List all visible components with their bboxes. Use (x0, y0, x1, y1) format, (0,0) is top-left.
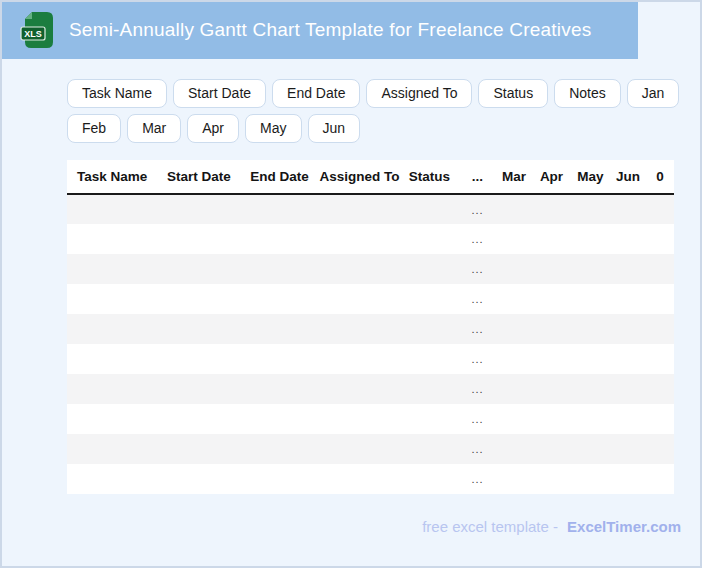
chip-notes[interactable]: Notes (554, 79, 621, 108)
table-cell (571, 434, 610, 464)
table-cell (400, 434, 459, 464)
table-cell (496, 404, 532, 434)
table-cell (319, 314, 400, 344)
table-cell: ... (459, 374, 496, 404)
table-cell (319, 404, 400, 434)
table-cell (67, 404, 158, 434)
table-cell (400, 344, 459, 374)
table-cell (158, 344, 240, 374)
table-cell (400, 404, 459, 434)
table-cell: ... (459, 224, 496, 254)
column-header: Apr (532, 160, 571, 194)
column-header: May (571, 160, 610, 194)
xls-file-icon: XLS (19, 9, 57, 51)
table-cell: ... (459, 344, 496, 374)
footer-text: free excel template - (422, 518, 558, 535)
table-cell (319, 224, 400, 254)
table-cell (646, 374, 674, 404)
chip-task-name[interactable]: Task Name (67, 79, 167, 108)
table-cell (532, 284, 571, 314)
chip-jan[interactable]: Jan (627, 79, 680, 108)
table-cell (158, 224, 240, 254)
table-cell (496, 224, 532, 254)
table-cell (610, 464, 646, 494)
chip-start-date[interactable]: Start Date (173, 79, 266, 108)
title-banner: XLS Semi-Annually Gantt Chart Template f… (0, 0, 638, 59)
table-cell (496, 434, 532, 464)
chip-status[interactable]: Status (478, 79, 548, 108)
table-cell: ... (459, 434, 496, 464)
table-row: ... (67, 464, 674, 494)
table-cell (646, 284, 674, 314)
table-cell (532, 344, 571, 374)
table-cell (158, 284, 240, 314)
page: XLS Semi-Annually Gantt Chart Template f… (0, 0, 702, 568)
table-row: ... (67, 404, 674, 434)
table-cell (571, 194, 610, 224)
table-cell (240, 284, 319, 314)
table-cell (240, 464, 319, 494)
table-cell (532, 224, 571, 254)
table-cell (532, 194, 571, 224)
table-cell (646, 344, 674, 374)
table-cell: ... (459, 314, 496, 344)
table-cell (571, 344, 610, 374)
table-cell (646, 434, 674, 464)
chip-assigned-to[interactable]: Assigned To (366, 79, 472, 108)
table-cell (496, 464, 532, 494)
table-cell (158, 314, 240, 344)
chip-mar[interactable]: Mar (127, 114, 181, 143)
header-row: Task NameStart DateEnd DateAssigned ToSt… (67, 160, 674, 194)
table-cell (646, 404, 674, 434)
chip-may[interactable]: May (245, 114, 301, 143)
table-cell (319, 434, 400, 464)
table-cell (158, 374, 240, 404)
xls-icon-label: XLS (24, 29, 42, 39)
table-cell (400, 194, 459, 224)
table-cell (240, 404, 319, 434)
table-cell (319, 254, 400, 284)
table-cell: ... (459, 254, 496, 284)
column-header: Jun (610, 160, 646, 194)
table-cell (319, 344, 400, 374)
table-cell (646, 194, 674, 224)
gantt-table: Task NameStart DateEnd DateAssigned ToSt… (67, 160, 674, 494)
table-cell: ... (459, 194, 496, 224)
column-header: ... (459, 160, 496, 194)
table-cell (646, 314, 674, 344)
table-row: ... (67, 314, 674, 344)
table-cell (400, 224, 459, 254)
table-cell (610, 374, 646, 404)
table-cell (240, 344, 319, 374)
table-cell (67, 224, 158, 254)
table-cell (532, 314, 571, 344)
footer-brand-link[interactable]: ExcelTimer.com (567, 518, 681, 535)
table-cell (496, 194, 532, 224)
table-cell (240, 314, 319, 344)
table-row: ... (67, 374, 674, 404)
table-cell (646, 224, 674, 254)
chip-jun[interactable]: Jun (308, 114, 361, 143)
table-cell (571, 284, 610, 314)
table-cell (532, 374, 571, 404)
table-cell (240, 224, 319, 254)
chip-feb[interactable]: Feb (67, 114, 121, 143)
table-cell (400, 464, 459, 494)
table-cell (571, 314, 610, 344)
chip-apr[interactable]: Apr (187, 114, 239, 143)
table-cell: ... (459, 404, 496, 434)
table-cell (158, 464, 240, 494)
table-cell (496, 284, 532, 314)
chip-end-date[interactable]: End Date (272, 79, 360, 108)
column-header: Start Date (158, 160, 240, 194)
table-cell (240, 194, 319, 224)
table-cell (67, 434, 158, 464)
table-cell (610, 434, 646, 464)
footer: free excel template -ExcelTimer.com (422, 518, 681, 535)
table-cell (158, 434, 240, 464)
table-cell (319, 464, 400, 494)
table-cell (67, 344, 158, 374)
column-header: End Date (240, 160, 319, 194)
table-row: ... (67, 284, 674, 314)
table-row: ... (67, 434, 674, 464)
